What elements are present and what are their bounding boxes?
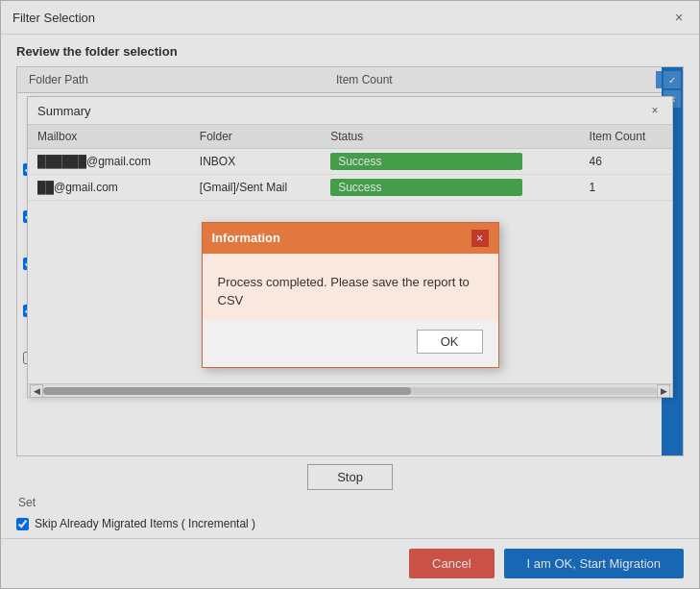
ok-button[interactable]: OK <box>417 330 483 354</box>
info-dialog-title: Information <box>212 231 281 245</box>
info-dialog: Information × Process completed. Please … <box>202 222 499 368</box>
info-dialog-footer: OK <box>203 320 498 367</box>
info-close-button[interactable]: × <box>471 230 489 247</box>
info-message: Process completed. Please save the repor… <box>218 273 483 310</box>
main-window: Filter Selection × Review the folder sel… <box>0 0 700 589</box>
modal-overlay: Information × Process completed. Please … <box>1 1 699 588</box>
info-title-bar: Information × <box>203 223 498 254</box>
info-dialog-body: Process completed. Please save the repor… <box>203 254 498 320</box>
